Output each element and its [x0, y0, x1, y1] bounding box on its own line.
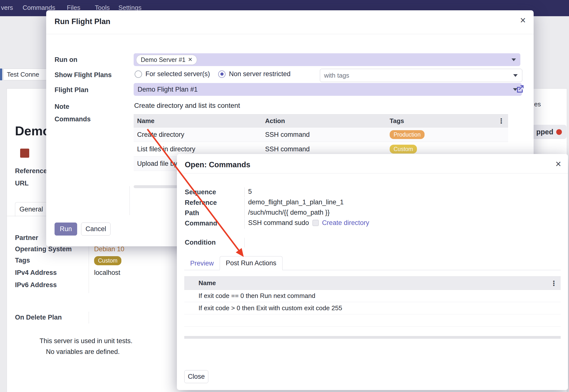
- column-action[interactable]: Action: [265, 117, 390, 125]
- cell-name: If exit code == 0 then Run next command: [199, 292, 315, 300]
- flight-plan-label: Flight Plan: [55, 86, 88, 94]
- run-on-field[interactable]: Demo Server #1 ✕: [134, 53, 520, 66]
- reference-value: demo_flight_plan_1_plan_line_1: [244, 198, 344, 208]
- chevron-down-icon[interactable]: [512, 58, 516, 61]
- sequence-label: Sequence: [185, 188, 216, 196]
- radio-selected-icon[interactable]: [218, 70, 226, 78]
- table-options-icon[interactable]: ⋮: [498, 117, 505, 125]
- column-name[interactable]: Name: [134, 117, 265, 125]
- field-divider: [89, 312, 89, 323]
- cell-tags: Custom: [390, 145, 508, 154]
- radio-unselected-icon[interactable]: [135, 70, 142, 78]
- checkbox-unchecked-icon[interactable]: [313, 220, 319, 226]
- flight-plan-select[interactable]: Demo Flight Plan #1: [134, 83, 522, 96]
- unit-test-note-line1: This server is used in unit tests.: [40, 337, 132, 345]
- radio-non-server-restricted[interactable]: Non server restricted: [218, 70, 291, 78]
- table-row-empty[interactable]: [184, 314, 561, 327]
- partial-right-text: es: [534, 100, 541, 108]
- server-tag[interactable]: Demo Server #1 ✕: [136, 55, 197, 65]
- horizontal-scrollbar[interactable]: [184, 336, 561, 339]
- unit-test-note-line2: No variables are defined.: [46, 348, 120, 356]
- cell-action: SSH command: [265, 145, 390, 153]
- cell-name: If exit code > 0 then Exit with custom e…: [199, 304, 342, 312]
- ipv6-label: IPv6 Address: [15, 281, 57, 289]
- server-tag-label: Demo Server #1: [141, 56, 185, 63]
- condition-value: [244, 238, 263, 248]
- tab-post-run-actions[interactable]: Post Run Actions: [220, 256, 283, 270]
- ipv4-value: localhost: [94, 269, 120, 277]
- test-connection-button[interactable]: Test Conne: [3, 69, 47, 80]
- table-options-icon[interactable]: ⋮: [550, 279, 557, 287]
- open-commands-modal: Open: Commands × Sequence 5 Reference de…: [177, 154, 568, 390]
- command-value: SSH command sudo Create directory: [244, 219, 369, 229]
- actions-table-header: Name ⋮: [184, 276, 561, 290]
- cell-name: List files in directory: [134, 145, 265, 153]
- nav-item-servers[interactable]: vers: [1, 4, 13, 12]
- sequence-value: 5: [244, 187, 263, 197]
- on-delete-plan-label: On Delete Plan: [15, 314, 62, 321]
- table-row[interactable]: Create directory SSH command Production: [134, 127, 508, 142]
- modal-title: Run Flight Plan: [55, 17, 110, 26]
- operating-system-label: Operating System: [15, 245, 72, 253]
- table-row[interactable]: If exit code > 0 then Exit with custom e…: [184, 302, 561, 314]
- partial-button-left-edge[interactable]: [0, 69, 2, 80]
- tag-badge: Production: [390, 130, 425, 139]
- close-icon[interactable]: ×: [520, 15, 526, 25]
- close-icon[interactable]: ×: [555, 159, 561, 169]
- external-link-icon[interactable]: [515, 84, 525, 94]
- path-label: Path: [185, 209, 199, 217]
- modal-header-divider: [177, 173, 568, 173]
- color-swatch[interactable]: [20, 149, 29, 158]
- tags-value-badge[interactable]: Custom: [94, 256, 121, 265]
- note-value: Create directory and list its content: [134, 102, 240, 110]
- tags-label: Tags: [15, 257, 30, 264]
- with-tags-value: with tags: [324, 72, 349, 79]
- url-label: URL: [15, 180, 29, 187]
- tab-general[interactable]: General: [15, 202, 47, 216]
- chevron-down-icon[interactable]: [513, 74, 518, 77]
- record-title: Demo: [15, 124, 50, 138]
- reference-label: Reference: [185, 199, 217, 207]
- post-run-actions-table: Name ⋮ If exit code == 0 then Run next c…: [184, 276, 561, 327]
- cell-action: SSH command: [265, 131, 390, 139]
- commands-label: Commands: [55, 115, 91, 123]
- command-text: SSH command sudo: [248, 219, 309, 227]
- note-label: Note: [55, 103, 69, 111]
- status-badge: pped: [532, 125, 567, 139]
- flight-plan-value: Demo Flight Plan #1: [138, 86, 198, 93]
- radio-label: Non server restricted: [229, 70, 291, 78]
- reference-label: Reference: [15, 167, 47, 175]
- path-value: /such/much/{{ demo_path }}: [244, 208, 330, 218]
- with-tags-select[interactable]: with tags: [320, 69, 522, 82]
- run-on-label: Run on: [55, 56, 77, 64]
- operating-system-value[interactable]: Debian 10: [94, 245, 124, 253]
- run-button[interactable]: Run: [55, 223, 77, 236]
- cell-tags: Production: [390, 130, 508, 139]
- status-stopped-dot-icon: [556, 129, 562, 135]
- partner-label: Partner: [15, 234, 38, 242]
- tab-preview[interactable]: Preview: [184, 257, 220, 270]
- field-divider: [129, 186, 130, 215]
- column-name[interactable]: Name: [199, 279, 216, 287]
- command-label: Command: [185, 220, 217, 227]
- column-tags[interactable]: Tags: [390, 117, 508, 125]
- radio-for-selected-servers[interactable]: For selected server(s): [135, 70, 210, 78]
- status-badge-label: pped: [536, 128, 553, 136]
- show-flight-plans-label: Show Flight Plans: [55, 71, 112, 79]
- commands-table-header: Name Action Tags ⋮: [134, 114, 508, 127]
- remove-tag-icon[interactable]: ✕: [188, 56, 192, 63]
- modal-footer-divider: [46, 34, 534, 34]
- ipv4-label: IPv4 Address: [15, 269, 57, 277]
- condition-label: Condition: [185, 239, 216, 246]
- close-button[interactable]: Close: [184, 370, 208, 383]
- table-row[interactable]: If exit code == 0 then Run next command: [184, 290, 561, 302]
- radio-label: For selected server(s): [145, 70, 210, 78]
- cancel-button[interactable]: Cancel: [81, 223, 111, 236]
- tab-bar: Preview Post Run Actions: [184, 256, 561, 270]
- create-directory-link[interactable]: Create directory: [322, 219, 369, 227]
- cell-name: Create directory: [134, 131, 265, 139]
- modal-title: Open: Commands: [185, 160, 250, 169]
- tag-badge: Custom: [390, 145, 417, 154]
